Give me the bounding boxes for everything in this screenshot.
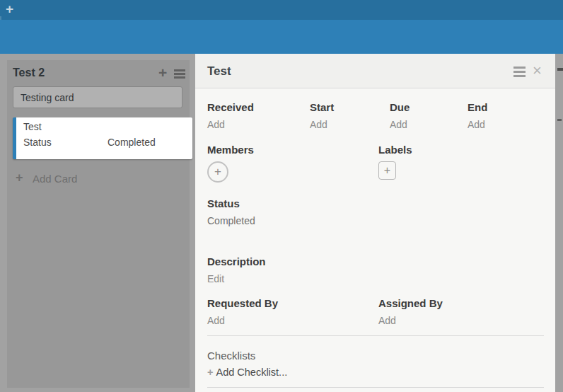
card-composer-input[interactable] — [13, 86, 182, 108]
minicard-field-label: Status — [23, 137, 52, 148]
card-detail-title: Test — [207, 64, 231, 79]
add-card-plus-icon[interactable]: + — [16, 171, 23, 185]
due-date-add-button[interactable]: Add — [390, 119, 407, 130]
due-date-label: Due — [390, 101, 410, 113]
divider — [207, 387, 544, 388]
status-label: Status — [207, 197, 240, 209]
add-label-button[interactable]: + — [378, 161, 396, 180]
card-detail-header — [195, 54, 555, 88]
list-add-card-icon[interactable]: + — [158, 64, 167, 81]
minicard-title: Test — [23, 121, 42, 132]
add-card-button[interactable]: Add Card — [33, 173, 77, 185]
list-title: Test 2 — [13, 67, 45, 79]
list-test2 — [7, 60, 190, 388]
received-date-add-button[interactable]: Add — [207, 119, 225, 130]
add-member-button[interactable]: + — [207, 161, 228, 183]
members-label: Members — [207, 144, 254, 156]
start-date-label: Start — [310, 101, 334, 113]
checklists-label: Checklists — [207, 350, 255, 362]
board-header-bar — [0, 20, 563, 54]
add-checklist-label: Add Checklist... — [216, 367, 287, 378]
add-checklist-button[interactable]: +Add Checklist... — [207, 367, 287, 378]
start-date-add-button[interactable]: Add — [310, 119, 327, 130]
requested-by-add-button[interactable]: Add — [207, 315, 225, 326]
requested-by-label: Requested By — [207, 297, 278, 309]
add-board-icon[interactable]: + — [6, 1, 13, 17]
received-date-label: Received — [207, 101, 254, 113]
status-value: Completed — [207, 215, 255, 226]
app-navbar — [0, 0, 563, 20]
close-icon[interactable]: × — [533, 62, 542, 80]
end-date-label: End — [468, 101, 487, 113]
divider — [207, 335, 544, 336]
labels-label: Labels — [378, 144, 412, 156]
add-checklist-plus-icon: + — [207, 367, 213, 378]
assigned-by-add-button[interactable]: Add — [378, 315, 396, 326]
description-edit-button[interactable]: Edit — [207, 273, 224, 284]
next-card-edge-mark — [557, 119, 562, 121]
description-label: Description — [207, 255, 266, 267]
list-menu-icon[interactable] — [174, 69, 185, 79]
minicard-field-value: Completed — [108, 137, 156, 148]
assigned-by-label: Assigned By — [378, 297, 443, 309]
end-date-add-button[interactable]: Add — [468, 119, 485, 130]
card-menu-icon[interactable] — [513, 67, 526, 77]
next-list-edge-mark — [557, 68, 563, 71]
